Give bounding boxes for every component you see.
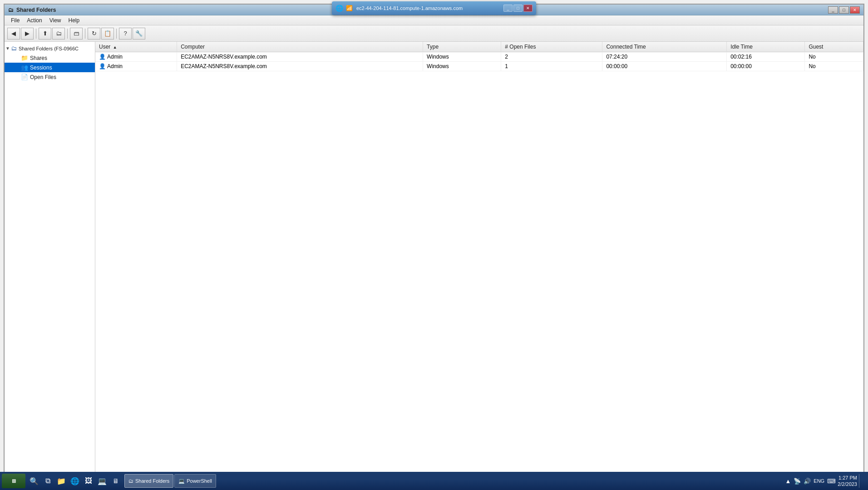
content-pane: User ▲ Computer Type # Open Files: [95, 42, 863, 474]
cell-idle-time-1: 00:02:16: [727, 52, 805, 62]
menu-file[interactable]: File: [7, 16, 23, 25]
forward-button[interactable]: ▶: [21, 28, 34, 40]
server-manager-icon: 🖥: [113, 477, 119, 485]
sidebar-item-sessions[interactable]: 👥 Sessions: [5, 63, 95, 72]
user-icon-1: 👤: [99, 54, 105, 60]
tray-chevron-icon[interactable]: ▲: [785, 478, 791, 485]
main-area: ▼ 🗂 Shared Folders (FS-0966C 📁 Shares 👥 …: [5, 42, 863, 474]
mmc-close-btn[interactable]: ✕: [850, 6, 860, 14]
tray-keyboard-icon[interactable]: ⌨: [827, 478, 836, 485]
sort-arrow-user: ▲: [113, 45, 117, 49]
sidebar-root-item[interactable]: ▼ 🗂 Shared Folders (FS-0966C: [5, 44, 95, 53]
browser-icon: 🌐: [335, 5, 343, 12]
col-header-computer[interactable]: Computer: [177, 42, 423, 52]
taskbar-apps: 🗂 Shared Folders 💻 PowerShell: [124, 474, 783, 488]
open-files-icon: 📄: [21, 74, 28, 80]
help-button[interactable]: ?: [119, 28, 132, 40]
cell-user-1: 👤 Admin: [95, 52, 177, 62]
table-row[interactable]: 👤 Admin EC2AMAZ-N5NRS8V.example.com Wind…: [95, 52, 863, 62]
user-icon-2: 👤: [99, 63, 105, 69]
start-label: ⊞: [12, 478, 16, 484]
shares-icon: 📁: [21, 54, 28, 61]
menu-action[interactable]: Action: [23, 16, 45, 25]
browser-close-btn[interactable]: ✕: [523, 5, 533, 12]
browser-controls: _ □ ✕: [503, 5, 533, 12]
tray-volume-icon[interactable]: 🔊: [804, 478, 811, 485]
cell-guest-1: No: [805, 52, 863, 62]
col-header-idle-time[interactable]: Idle Time: [727, 42, 805, 52]
task-view-button[interactable]: ⧉: [41, 474, 54, 488]
taskbar-app-icon-sf: 🗂: [128, 478, 133, 484]
browser-restore-btn[interactable]: □: [513, 5, 523, 12]
system-tray: ▲ 📡 🔊 ENG ⌨: [785, 478, 836, 485]
file-explorer-button[interactable]: 📁: [54, 474, 68, 488]
col-header-type[interactable]: Type: [423, 42, 501, 52]
col-header-user[interactable]: User ▲: [95, 42, 177, 52]
cell-open-files-2: 1: [501, 62, 602, 71]
mmc-maximize-btn[interactable]: □: [839, 6, 849, 14]
clock-time: 1:27 PM: [838, 475, 857, 481]
taskbar-app-shared-folders[interactable]: 🗂 Shared Folders: [124, 474, 173, 488]
photos-icon: 🖼: [85, 477, 92, 485]
table-row[interactable]: 👤 Admin EC2AMAZ-N5NRS8V.example.com Wind…: [95, 62, 863, 71]
sessions-icon: 👥: [21, 64, 28, 71]
sidebar-root-label: Shared Folders (FS-0966C: [19, 46, 79, 51]
back-button[interactable]: ◀: [7, 28, 20, 40]
mmc-minimize-btn[interactable]: _: [828, 6, 838, 14]
menu-bar: File Action View Help: [5, 15, 863, 25]
taskbar-app-label-sf: Shared Folders: [135, 478, 169, 484]
toolbar-sep-1: [36, 29, 36, 39]
sidebar-item-shares[interactable]: 📁 Shares: [5, 53, 95, 63]
properties-button[interactable]: 🔧: [133, 28, 145, 40]
search-button[interactable]: 🔍: [27, 474, 41, 488]
table-body: 👤 Admin EC2AMAZ-N5NRS8V.example.com Wind…: [95, 52, 863, 71]
sidebar: ▼ 🗂 Shared Folders (FS-0966C 📁 Shares 👥 …: [5, 42, 95, 474]
browser-minimize-btn[interactable]: _: [503, 5, 513, 12]
tray-network-icon[interactable]: 📡: [794, 478, 801, 485]
taskbar-app-icon-ps: 💻: [178, 478, 185, 484]
tray-lang[interactable]: ENG: [814, 478, 824, 484]
cell-connected-time-2: 00:00:00: [602, 62, 727, 71]
sessions-table: User ▲ Computer Type # Open Files: [95, 42, 863, 71]
mmc-window-controls: _ □ ✕: [828, 6, 860, 14]
cell-idle-time-2: 00:00:00: [727, 62, 805, 71]
signal-icon: 📶: [346, 5, 353, 11]
clock-date: 2/2/2023: [838, 481, 857, 487]
sidebar-sessions-label: Sessions: [30, 64, 52, 71]
browser-bar: 🌐 📶 ec2-44-204-114-81.compute-1.amazonaw…: [332, 1, 536, 15]
cell-user-2: 👤 Admin: [95, 62, 177, 71]
refresh-button[interactable]: ↻: [88, 28, 100, 40]
file-explorer-icon: 📁: [57, 477, 66, 485]
ie-button[interactable]: 🌐: [68, 474, 82, 488]
col-header-guest[interactable]: Guest: [805, 42, 863, 52]
start-button[interactable]: ⊞: [2, 474, 25, 488]
up-button[interactable]: ⬆: [39, 28, 51, 40]
taskbar-tray: ▲ 📡 🔊 ENG ⌨ 1:27 PM 2/2/2023: [785, 474, 866, 488]
new-window-button[interactable]: 🗃: [70, 28, 83, 40]
col-header-connected-time[interactable]: Connected Time: [602, 42, 727, 52]
table-header: User ▲ Computer Type # Open Files: [95, 42, 863, 52]
mmc-title-left: 🗂 Shared Folders: [8, 7, 56, 13]
export-button[interactable]: 📋: [101, 28, 114, 40]
sidebar-item-open-files[interactable]: 📄 Open Files: [5, 72, 95, 82]
menu-view[interactable]: View: [46, 16, 65, 25]
show-desktop-button[interactable]: [859, 474, 863, 488]
ie-icon: 🌐: [70, 477, 79, 485]
system-clock[interactable]: 1:27 PM 2/2/2023: [838, 475, 857, 488]
menu-help[interactable]: Help: [65, 16, 84, 25]
shared-folders-icon: 🗂: [11, 45, 17, 52]
powershell-button[interactable]: 💻: [95, 474, 109, 488]
powershell-icon: 💻: [98, 477, 107, 485]
taskbar-app-powershell[interactable]: 💻 PowerShell: [174, 474, 216, 488]
col-header-open-files[interactable]: # Open Files: [501, 42, 602, 52]
mmc-window: 🗂 Shared Folders _ □ ✕ File Action View …: [4, 4, 864, 485]
mmc-title-icon: 🗂: [8, 7, 14, 13]
cell-guest-2: No: [805, 62, 863, 71]
photos-button[interactable]: 🖼: [82, 474, 95, 488]
task-view-icon: ⧉: [45, 477, 50, 485]
server-manager-button[interactable]: 🖥: [109, 474, 123, 488]
cell-connected-time-1: 07:24:20: [602, 52, 727, 62]
show-hide-button[interactable]: 🗂: [52, 28, 65, 40]
toolbar-sep-2: [67, 29, 68, 39]
cell-computer-2: EC2AMAZ-N5NRS8V.example.com: [177, 62, 423, 71]
